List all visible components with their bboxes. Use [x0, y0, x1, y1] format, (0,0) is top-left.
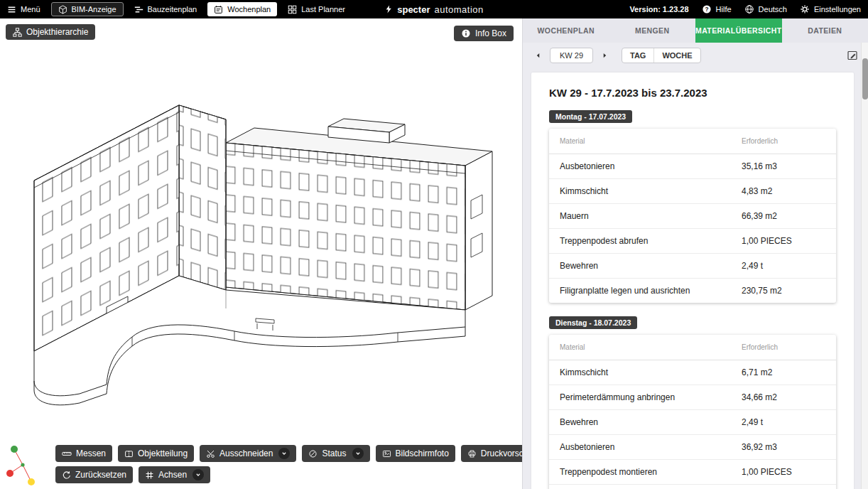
messen-label: Messen: [76, 448, 106, 458]
table-row: Kimmschicht4,83 m2: [549, 179, 836, 204]
language-button[interactable]: Deutsch: [744, 4, 787, 14]
required-cell: 6,71 m2: [742, 367, 825, 377]
scrollbar-thumb[interactable]: [862, 58, 868, 100]
required-cell: 1,00 PIECES: [742, 236, 825, 246]
bim-anzeige-label: BIM-Anzeige: [72, 5, 116, 14]
toggle-woche[interactable]: WOCHE: [653, 48, 700, 63]
tab-wochenplan[interactable]: WOCHENPLAN: [523, 18, 609, 43]
ausschneiden-button[interactable]: Ausschneiden: [200, 445, 296, 462]
tab-materialuebersicht[interactable]: MATERIALÜBERSICHT: [695, 18, 782, 43]
required-cell: 36,92 m3: [742, 442, 825, 452]
bim-anzeige-button[interactable]: BIM-Anzeige: [51, 2, 124, 16]
zuruecksetzen-button[interactable]: Zurücksetzen: [55, 466, 133, 483]
panel-subheader: KW 29 TAG WOCHE: [523, 43, 868, 68]
panel-tabs: WOCHENPLAN MENGEN MATERIALÜBERSICHT DATE…: [523, 18, 868, 43]
bauzeitenplan-button[interactable]: Bauzeitenplan: [134, 5, 197, 14]
cube-icon: [58, 5, 67, 14]
next-icon: [601, 52, 608, 59]
toggle-tag[interactable]: TAG: [622, 48, 653, 63]
topbar-left: Menü BIM-Anzeige Bauzeitenplan Wochenpla…: [7, 2, 345, 16]
week-chip[interactable]: KW 29: [550, 48, 593, 63]
table-row: Kimmschicht6,71 m2: [549, 360, 836, 385]
edit-note-icon: [847, 50, 858, 61]
axis-gizmo[interactable]: [3, 441, 43, 488]
day-section-tuesday: Dienstag - 18.07.2023 Material Erforderl…: [549, 316, 836, 489]
hierarchy-icon: [13, 28, 22, 37]
last-planner-button[interactable]: Last Planner: [288, 5, 345, 14]
material-panel: WOCHENPLAN MENGEN MATERIALÜBERSICHT DATE…: [522, 18, 868, 489]
topbar: Menü BIM-Anzeige Bauzeitenplan Wochenpla…: [0, 0, 868, 18]
brand-suffix: automation: [434, 4, 483, 15]
required-cell: 4,83 m2: [742, 186, 825, 196]
material-cell: Treppenpodest abrufen: [560, 236, 742, 246]
material-cell: Ausbetonieren: [560, 442, 742, 452]
col-required: Erforderlich: [742, 343, 825, 351]
wochenplan-button[interactable]: Wochenplan: [207, 2, 277, 16]
axes-icon: [145, 471, 154, 480]
scissors-icon: [206, 449, 215, 458]
printer-icon: [467, 449, 477, 458]
druckvorschau-button[interactable]: Druckvorschau: [461, 445, 522, 462]
tab-mengen[interactable]: MENGEN: [609, 18, 696, 43]
bildschirmfoto-button[interactable]: Bildschirmfoto: [376, 445, 455, 462]
required-cell: 1,00 PIECES: [742, 467, 825, 477]
objektteilung-label: Objektteilung: [138, 448, 188, 458]
material-cell: Perimeterdämmung anbringen: [560, 392, 742, 402]
required-cell: 34,66 m2: [742, 392, 825, 402]
zuruecksetzen-label: Zurücksetzen: [75, 470, 126, 480]
achsen-dropdown[interactable]: [192, 469, 204, 480]
info-box-label: Info Box: [475, 28, 506, 38]
table-header: Material Erforderlich: [549, 129, 836, 154]
ruler-icon: [62, 448, 72, 458]
table-row: Filigranplatte legen und ausrichten230,7…: [549, 279, 836, 303]
material-cell: Ausbetonieren: [560, 161, 742, 171]
status-label: Status: [322, 448, 346, 458]
help-label: Hilfe: [716, 5, 732, 14]
status-icon: [308, 449, 318, 458]
chevron-down-icon: [281, 450, 288, 457]
settings-button[interactable]: Einstellungen: [800, 4, 861, 14]
material-cell: Bewehren: [560, 417, 742, 427]
messen-button[interactable]: Messen: [55, 445, 112, 462]
material-cell: Kimmschicht: [560, 367, 742, 377]
achsen-button[interactable]: Achsen: [139, 466, 210, 483]
prev-week-button[interactable]: [533, 50, 544, 61]
druckvorschau-label: Druckvorschau: [481, 448, 522, 458]
table-row: Bewehren2,49 t: [549, 254, 836, 279]
day-section-monday: Montag - 17.07.2023 Material Erforderlic…: [549, 109, 836, 303]
version-label: Version: 1.23.28: [629, 5, 688, 14]
language-label: Deutsch: [759, 5, 787, 14]
panel-scrollbar[interactable]: [861, 43, 868, 489]
objektteilung-button[interactable]: Objektteilung: [118, 445, 194, 462]
screenshot-icon: [382, 449, 391, 458]
material-cell: Filigranplatte legen und ausrichten: [560, 286, 742, 296]
status-button[interactable]: Status: [302, 445, 369, 462]
material-cell: Kimmschicht: [560, 186, 742, 196]
objekthierarchie-button[interactable]: Objekthierarchie: [6, 24, 95, 40]
table-row: Treppenpodest montieren1,00 PIECES: [549, 460, 836, 485]
col-material: Material: [560, 343, 742, 351]
help-button[interactable]: ? Hilfe: [702, 4, 732, 14]
ausschneiden-dropdown[interactable]: [278, 448, 290, 459]
bim-3d-viewport[interactable]: Objekthierarchie Info Box: [0, 18, 522, 489]
status-dropdown[interactable]: [352, 448, 364, 459]
menu-icon: [7, 5, 16, 14]
ausschneiden-label: Ausschneiden: [219, 448, 273, 458]
svg-text:?: ?: [705, 6, 708, 13]
chevron-down-icon: [195, 471, 202, 478]
gear-icon: [800, 4, 810, 14]
toolbar-row-2: Zurücksetzen Achsen: [55, 466, 210, 483]
bildschirmfoto-label: Bildschirmfoto: [396, 448, 449, 458]
table-row: Ausbetonieren35,16 m3: [549, 154, 836, 179]
required-cell: 230,75 m2: [742, 286, 825, 296]
gantt-icon: [134, 5, 143, 14]
required-cell: 35,16 m3: [742, 161, 825, 171]
edit-note-button[interactable]: [847, 50, 858, 61]
tab-dateien[interactable]: DATEIEN: [782, 18, 868, 43]
bauzeitenplan-label: Bauzeitenplan: [148, 5, 197, 14]
next-week-button[interactable]: [599, 50, 610, 61]
info-box-button[interactable]: Info Box: [454, 26, 514, 41]
topbar-right: Version: 1.23.28 ? Hilfe Deutsch Einstel…: [629, 4, 861, 14]
required-cell: 2,49 t: [742, 417, 825, 427]
menu-button[interactable]: Menü: [7, 5, 40, 14]
